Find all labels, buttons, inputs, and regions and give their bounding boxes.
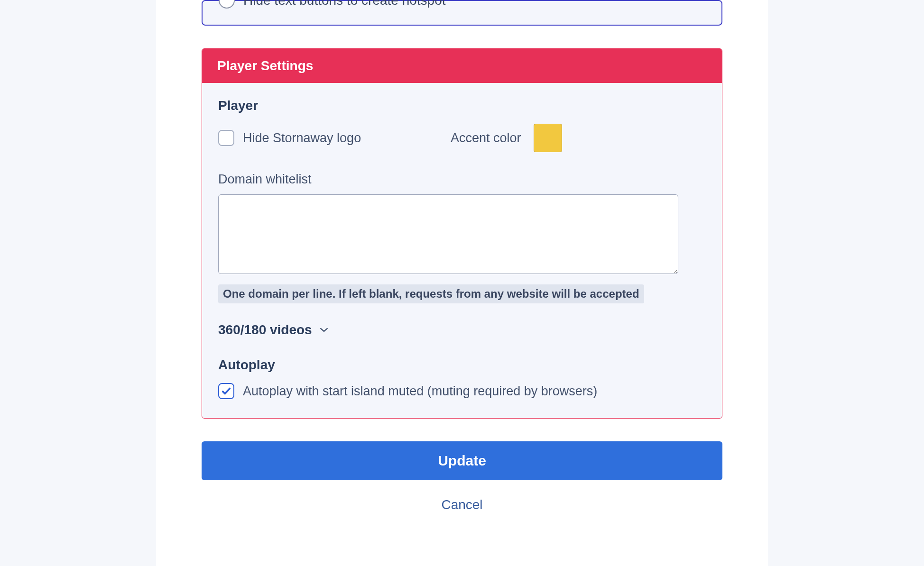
hotspot-radio-label: Hide text buttons to create hotspot (243, 0, 445, 8)
choices-settings-card: Hide text buttons to create hotspot (202, 0, 722, 26)
cancel-button[interactable]: Cancel (202, 497, 722, 512)
domain-whitelist-helper: One domain per line. If left blank, requ… (218, 284, 644, 303)
autoplay-label: Autoplay with start island muted (muting… (243, 384, 597, 399)
autoplay-checkbox[interactable] (218, 383, 234, 399)
domain-whitelist-label: Domain whitelist (218, 172, 706, 187)
player-settings-card: Player Settings Player Hide Stornaway lo… (202, 48, 722, 419)
content-column: Hide text buttons to create hotspot Play… (156, 0, 768, 566)
update-button[interactable]: Update (202, 441, 722, 480)
hotspot-radio-row[interactable]: Hide text buttons to create hotspot (219, 0, 705, 9)
hide-logo-label: Hide Stornaway logo (243, 131, 361, 146)
video-360-label: 360/180 videos (218, 322, 312, 338)
autoplay-section-title: Autoplay (218, 357, 706, 373)
chevron-down-icon (320, 326, 328, 334)
accent-color-swatch[interactable] (534, 124, 562, 152)
radio-icon[interactable] (219, 0, 235, 9)
check-icon (221, 386, 231, 396)
player-section-title: Player (218, 98, 706, 113)
hide-logo-checkbox[interactable] (218, 130, 234, 146)
video-360-toggle[interactable]: 360/180 videos (218, 322, 706, 338)
domain-whitelist-input[interactable] (218, 194, 678, 274)
player-settings-header: Player Settings (202, 49, 722, 83)
accent-color-label: Accent color (451, 131, 521, 146)
